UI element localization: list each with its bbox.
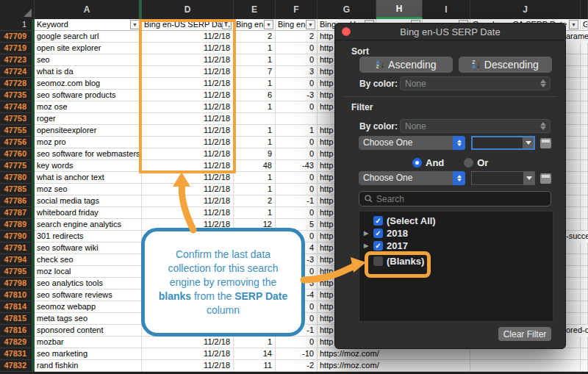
cell-rank-change[interactable]: 3 [276, 66, 318, 78]
cell-keyword[interactable]: seo software reviews [35, 290, 142, 301]
column-header-A[interactable]: A [35, 0, 142, 19]
column-header-F[interactable]: F [276, 0, 318, 19]
row-number[interactable]: 47814 [0, 301, 35, 313]
cell-rank-change[interactable] [276, 113, 318, 125]
cell-rank-change[interactable]: 2 [276, 31, 318, 43]
row-number[interactable]: 47719 [0, 43, 35, 54]
cell-rank[interactable]: 14 [234, 348, 276, 360]
cell-rank-change[interactable]: -10 [276, 348, 318, 360]
cell-url[interactable]: https://moz.com/ [318, 360, 470, 372]
cell-k[interactable] [581, 172, 588, 184]
cell-k[interactable] [581, 254, 588, 266]
close-icon[interactable] [342, 27, 351, 36]
cell-rank[interactable]: 2 [234, 31, 276, 43]
cell-keyword[interactable]: rand fishkin [35, 360, 142, 372]
cell-k[interactable] [581, 195, 588, 207]
cell-keyword[interactable]: seo software wiki [35, 242, 142, 254]
cell-serp-date[interactable]: 11/2/18 [142, 207, 234, 219]
cell-keyword[interactable]: opensiteexplorer [35, 125, 142, 137]
cell-rank[interactable]: 9 [234, 148, 276, 160]
cell-serp-date[interactable]: 11/2/18 [142, 195, 234, 207]
row-number[interactable]: 47832 [0, 360, 35, 372]
cell-keyword[interactable]: seo software for webmasters [35, 148, 142, 160]
cell-keyword[interactable]: what is da [35, 66, 142, 78]
header-cell-bing-col-f[interactable]: Bing en-U▼ [276, 19, 318, 31]
column-header-G[interactable]: G [318, 0, 376, 19]
checkbox-checked-icon[interactable]: ✓ [373, 229, 383, 238]
row-number[interactable]: 47831 [0, 348, 35, 360]
cell-keyword[interactable]: what is anchor text [35, 172, 142, 184]
row-number[interactable]: 47735 [0, 90, 35, 101]
row-number[interactable]: 47829 [0, 337, 35, 348]
cell-rank-change[interactable]: 0 [276, 78, 318, 90]
row-number[interactable]: 47755 [0, 125, 35, 137]
cell-rank[interactable]: 1 [234, 43, 276, 54]
cell-rank[interactable]: 1 [234, 125, 276, 137]
cell-k[interactable] [581, 101, 588, 113]
cell-k[interactable] [581, 43, 588, 54]
cell-k[interactable] [581, 337, 588, 348]
cell-rank-change[interactable]: -2 [276, 360, 318, 372]
cell-keyword[interactable]: moz seo [35, 184, 142, 195]
column-header-J[interactable]: J [470, 0, 581, 19]
cell-rank[interactable]: 1 [234, 184, 276, 195]
cell-rank[interactable]: 1 [234, 207, 276, 219]
cell-keyword[interactable]: whiteboard friday [35, 207, 142, 219]
column-header-H[interactable]: H [376, 0, 423, 19]
cell-url[interactable]: https://moz.com/ [318, 348, 470, 360]
row-number[interactable]: 47760 [0, 148, 35, 160]
cell-keyword[interactable]: sponsored content [35, 325, 142, 337]
cell-keyword[interactable]: seo software products [35, 90, 142, 101]
cell-keyword[interactable]: seo analytics tools [35, 278, 142, 290]
cell-rank[interactable]: 1 [234, 172, 276, 184]
cell-rank[interactable]: 7 [234, 66, 276, 78]
row-number[interactable]: 47789 [0, 219, 35, 231]
row-number[interactable]: 47816 [0, 325, 35, 337]
cell-keyword[interactable]: google search url [35, 31, 142, 43]
combo-dropdown-icon[interactable] [523, 137, 534, 148]
cell-serp-date[interactable]: 11/2/18 [142, 348, 234, 360]
disclosure-triangle-icon[interactable]: ▶ [364, 230, 370, 237]
cell-keyword[interactable]: seo [35, 54, 142, 66]
sort-by-color-dropdown[interactable]: None [400, 76, 551, 90]
cell-reference-picker-icon[interactable] [540, 173, 551, 184]
cell-keyword[interactable]: meta tags seo [35, 313, 142, 325]
criteria-value-input-2[interactable] [471, 171, 535, 185]
sort-ascending-button[interactable]: AZ ↓ Ascending [359, 57, 453, 73]
filter-dropdown-icon[interactable]: ▼ [569, 20, 578, 29]
cell-k[interactable] [581, 219, 588, 231]
clear-filter-button[interactable]: Clear Filter [498, 327, 551, 341]
cell-keyword[interactable]: seo marketing [35, 348, 142, 360]
cell-rank[interactable]: 1 [234, 54, 276, 66]
row-number[interactable]: 47756 [0, 137, 35, 148]
row-number[interactable]: 47775 [0, 160, 35, 172]
criteria-dropdown-2[interactable]: Choose One [359, 171, 465, 185]
cell-keyword[interactable]: seomoz.com blog [35, 78, 142, 90]
and-radio[interactable] [412, 158, 422, 168]
cell-rank-change[interactable]: 0 [276, 148, 318, 160]
cell-k[interactable] [581, 160, 588, 172]
row-number[interactable]: 47728 [0, 78, 35, 90]
filter-dropdown-icon[interactable]: ▼ [306, 20, 315, 29]
row-number[interactable]: 47810 [0, 290, 35, 301]
cell-rank-change[interactable]: 0 [276, 137, 318, 148]
cell-rank-change[interactable]: 0 [276, 43, 318, 54]
filter-by-color-dropdown[interactable]: None [400, 119, 551, 133]
filter-list-item[interactable]: ✓(Select All) [359, 215, 553, 227]
criteria-value-input-1[interactable] [471, 136, 535, 150]
cell-k[interactable] [581, 360, 588, 372]
search-input[interactable]: Search [359, 191, 551, 206]
row-number[interactable]: 47780 [0, 172, 35, 184]
cell-keyword[interactable]: seomoz webapp [35, 301, 142, 313]
cell-k[interactable] [581, 148, 588, 160]
row-number[interactable]: 47787 [0, 207, 35, 219]
row-number[interactable]: 47791 [0, 242, 35, 254]
cell-k[interactable] [581, 78, 588, 90]
row-number[interactable]: 47786 [0, 195, 35, 207]
cell-keyword[interactable]: moz local [35, 266, 142, 278]
cell-k[interactable] [581, 207, 588, 219]
cell-k[interactable] [581, 348, 588, 360]
disclosure-triangle-icon[interactable]: ▶ [364, 242, 370, 249]
cell-keyword[interactable]: roger [35, 113, 142, 125]
checkbox-checked-icon[interactable]: ✓ [373, 241, 383, 251]
